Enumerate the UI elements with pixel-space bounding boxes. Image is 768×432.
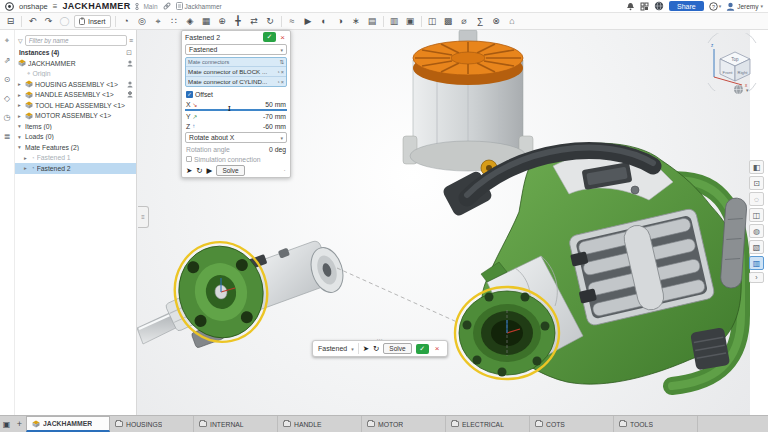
expand-icon[interactable]: ▸ [24, 155, 29, 161]
main-menu-icon[interactable]: ≡ [53, 2, 58, 11]
section-view-icon[interactable]: ◫ [749, 208, 764, 222]
y-offset-value[interactable]: -70 mm [263, 113, 286, 120]
tree-row-handle-assembly[interactable]: ▸ HANDLE ASSEMBLY <1> [15, 90, 136, 101]
bom-icon[interactable]: ▩ [442, 15, 455, 28]
comments-panel-icon[interactable]: ⊙ [4, 75, 11, 84]
tree-row-fastened-1[interactable]: ▸ ◔ Fastened 1 [15, 153, 136, 164]
frame-tool-icon[interactable]: ⌂ [506, 15, 519, 28]
mini-mate-type-select[interactable]: Fastened [318, 345, 347, 352]
interference-icon[interactable]: ⊗ [490, 15, 503, 28]
cancel-button[interactable]: × [433, 344, 442, 353]
tab-manager-icon[interactable]: ▣ [0, 416, 13, 432]
rotate-tool-icon[interactable]: ↻ [196, 166, 202, 175]
collapse-icon[interactable]: ▾ [18, 134, 23, 140]
language-globe-icon[interactable] [654, 1, 664, 11]
workspace-selector[interactable]: Main [135, 3, 157, 10]
connector-clock-icon[interactable]: ◔ [276, 69, 279, 75]
isolate-icon[interactable]: ⊡ [749, 176, 764, 190]
new-tab-button[interactable]: + [13, 416, 26, 432]
notes-panel-icon[interactable]: ≣ [4, 132, 11, 141]
filter-icon[interactable]: ▽ [18, 37, 23, 44]
mate-connector-icon[interactable]: ⌖ [152, 15, 165, 28]
list-options-icon[interactable]: ≡ [129, 37, 133, 44]
help-button[interactable]: ? ▾ [709, 2, 722, 11]
tree-row-fastened-2[interactable]: ▸ ◔ Fastened 2 [15, 163, 136, 174]
collapse-icon[interactable]: ▾ [18, 144, 23, 150]
mate-type-select[interactable]: Fastened ▾ [185, 44, 287, 55]
view-options-button[interactable]: ▾ [733, 84, 749, 95]
replicate-icon[interactable]: ▦ [200, 15, 213, 28]
circular-pattern-icon[interactable]: ◈ [184, 15, 197, 28]
linear-pattern-icon[interactable]: ∷ [168, 15, 181, 28]
snapshot-icon[interactable]: ▣ [404, 15, 417, 28]
section-items[interactable]: ▾ Items (0) [15, 121, 136, 132]
insert-button[interactable]: Insert [74, 15, 111, 28]
panel-toggle-icon[interactable]: ⊡ [126, 49, 132, 57]
display-states-icon[interactable]: ▤ [366, 15, 379, 28]
front-cap-mate-connector-highlight[interactable] [455, 287, 559, 379]
tree-row-root[interactable]: JACKHAMMER [15, 58, 136, 69]
remove-connector-icon[interactable]: × [281, 79, 284, 85]
animate-mate-icon[interactable]: ▶ [207, 166, 213, 175]
accept-button[interactable]: ✓ [263, 32, 276, 42]
onshape-logo-icon[interactable] [5, 2, 14, 11]
instance-list-toggle-icon[interactable]: ⊟ [4, 15, 17, 28]
tab-housings[interactable]: HOUSINGS [110, 416, 194, 432]
render-mode-icon[interactable]: ◍ [749, 224, 764, 238]
tab-handle[interactable]: HANDLE [278, 416, 362, 432]
translate-icon[interactable]: ⇄ [248, 15, 261, 28]
simulation-checkbox[interactable] [186, 156, 192, 162]
offset-checkbox[interactable]: ✓ [186, 91, 193, 98]
select-tool-icon[interactable]: ➤ [363, 344, 369, 353]
solve-button[interactable]: Solve [383, 343, 411, 354]
link-icon[interactable] [163, 2, 171, 10]
history-panel-icon[interactable]: ◷ [4, 113, 11, 122]
animate-icon[interactable]: ▶ [302, 15, 315, 28]
collapse-rail-icon[interactable]: › [749, 272, 764, 283]
expand-icon[interactable]: ▸ [18, 92, 23, 98]
tab-cots[interactable]: COTS [530, 416, 614, 432]
share-button[interactable]: Share [669, 1, 704, 11]
remove-connector-icon[interactable]: × [281, 69, 284, 75]
section-view-icon[interactable]: ◫ [426, 15, 439, 28]
appearance-icon[interactable]: ◑ [334, 15, 347, 28]
rotate-icon[interactable]: ↻ [264, 15, 277, 28]
perspective-icon[interactable]: ◧ [749, 160, 764, 174]
mate-icon[interactable]: ◔ [120, 15, 133, 28]
measure-icon[interactable]: ⌀ [458, 15, 471, 28]
z-offset-value[interactable]: -60 mm [263, 123, 286, 130]
hide-icon[interactable]: ◌ [749, 192, 764, 206]
user-menu[interactable]: Jeremy ▾ [726, 2, 763, 11]
transform-icon[interactable]: ╋ [232, 15, 245, 28]
flange-mate-connector-highlight[interactable] [166, 234, 277, 351]
connector-item[interactable]: Mate connector of CYLIND... ◔ × [186, 76, 286, 86]
expand-icon[interactable]: ▸ [18, 102, 23, 108]
panel-resize-handle[interactable]: ≡ [138, 206, 149, 228]
exploded-view-icon[interactable]: ∗ [350, 15, 363, 28]
undo-icon[interactable]: ↶ [26, 15, 39, 28]
document-tab-jackhammer[interactable]: Jackhammer [176, 2, 222, 10]
tab-tools[interactable]: TOOLS [614, 416, 698, 432]
group-mate-icon[interactable]: ◎ [136, 15, 149, 28]
solve-button[interactable]: Solve [216, 165, 244, 176]
named-views-icon[interactable]: ▧ [749, 240, 764, 254]
tree-row-motor-assembly[interactable]: ▸ MOTOR ASSEMBLY <1> [15, 111, 136, 122]
sort-icon[interactable]: ⇅ [279, 59, 284, 65]
collapse-icon[interactable]: ▾ [18, 123, 23, 129]
connector-clock-icon[interactable]: ◔ [276, 79, 279, 85]
notifications-bell-icon[interactable] [626, 2, 635, 11]
rotate-tool-icon[interactable]: ↻ [373, 344, 379, 353]
accept-button[interactable]: ✓ [416, 344, 429, 354]
select-tool-icon[interactable]: ➤ [186, 166, 192, 175]
section-loads[interactable]: ▾ Loads (0) [15, 132, 136, 143]
drag-handle-icon[interactable]: ⋯ [376, 335, 383, 342]
tree-row-housing-assembly[interactable]: ▸ HOUSING ASSEMBLY <1> [15, 79, 136, 90]
redo-icon[interactable]: ↷ [42, 15, 55, 28]
connector-item[interactable]: Mate connector of BLOCK ... ◔ × [186, 66, 286, 76]
parts-panel-icon[interactable]: ◇ [4, 94, 10, 103]
cancel-button[interactable]: × [278, 33, 287, 42]
tab-internal[interactable]: INTERNAL [194, 416, 278, 432]
simulation-panel-icon[interactable]: ▥ [749, 256, 764, 270]
section-mate-features[interactable]: ▾ Mate Features (2) [15, 142, 136, 153]
tab-electrical[interactable]: ELECTRICAL [446, 416, 530, 432]
